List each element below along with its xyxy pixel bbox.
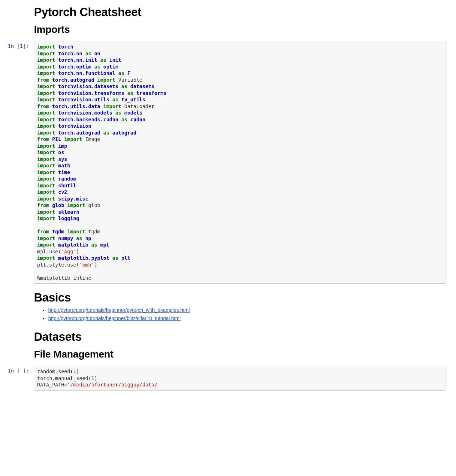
code-token: torchvision.transforms xyxy=(58,90,124,96)
code-input-area[interactable]: random.seed(1) torch.manual_seed(1) DATA… xyxy=(34,366,446,391)
code-token: import xyxy=(64,136,82,142)
code-token xyxy=(55,242,58,248)
code-token: import xyxy=(37,70,55,76)
code-token: matplotlib xyxy=(58,242,88,248)
code-token: import xyxy=(103,103,121,109)
code-token xyxy=(82,236,85,241)
code-token xyxy=(118,117,121,122)
code-token xyxy=(118,255,121,261)
code-token: autograd xyxy=(112,130,136,136)
code-input-area[interactable]: import torch import torch.nn as nn impor… xyxy=(34,41,446,284)
code-token xyxy=(118,83,121,89)
code-token: import xyxy=(37,90,55,96)
code-token: import xyxy=(37,57,55,63)
code-token xyxy=(91,51,94,56)
external-link[interactable]: http://pytorch.org/tutorials/beginner/py… xyxy=(48,307,190,313)
code-token xyxy=(55,64,58,70)
code-token xyxy=(55,209,58,215)
heading-2: Imports xyxy=(34,24,446,35)
text-cell: Pytorch CheatsheetImports xyxy=(4,0,450,39)
code-token: DataLoader xyxy=(121,103,154,109)
heading-1: Pytorch Cheatsheet xyxy=(34,5,446,19)
code-token: cudnn xyxy=(130,117,145,122)
cell-body: DatasetsFile Management xyxy=(34,326,446,362)
code-token: PIL xyxy=(52,136,61,142)
code-token xyxy=(55,123,58,129)
code-token: as xyxy=(91,242,97,248)
code-token: torchvision.utils xyxy=(58,97,109,102)
code-token: import xyxy=(97,77,116,83)
external-link[interactable]: http://pytorch.org/tutorials/beginner/bl… xyxy=(48,315,181,321)
code-token: matplotlib.pyplot xyxy=(58,255,109,261)
code-token: import xyxy=(37,143,55,149)
code-token: torch.nn xyxy=(58,51,82,56)
code-token: torch.autograd xyxy=(58,130,100,136)
code-token: import xyxy=(67,229,85,234)
code-token: import xyxy=(37,51,55,56)
code-token: import xyxy=(37,130,55,136)
code-token: import xyxy=(37,236,55,241)
code-token xyxy=(124,70,127,76)
input-prompt: In [ ]: xyxy=(4,366,30,374)
heading-1: Basics xyxy=(34,291,446,304)
code-token xyxy=(94,77,97,83)
code-editor[interactable]: import torch import torch.nn as nn impor… xyxy=(37,44,443,281)
code-token: glob xyxy=(85,202,100,208)
code-token: imp xyxy=(58,143,67,149)
code-token xyxy=(118,97,121,102)
code-token: plt.style.use( xyxy=(37,262,79,268)
input-prompt xyxy=(4,326,30,329)
code-token xyxy=(112,110,115,116)
code-token xyxy=(55,196,58,202)
code-token: tv_utils xyxy=(121,97,145,102)
code-token: '/media/bfortuner/bigguy/data/' xyxy=(67,382,160,388)
code-token: as xyxy=(76,236,82,241)
code-token: optim xyxy=(103,64,118,70)
input-prompt xyxy=(4,287,30,289)
code-token xyxy=(55,236,58,241)
code-token xyxy=(55,51,58,56)
code-token: datasets xyxy=(130,83,154,89)
code-editor[interactable]: random.seed(1) torch.manual_seed(1) DATA… xyxy=(37,368,443,388)
code-token xyxy=(55,44,58,50)
code-token: transforms xyxy=(136,90,166,96)
code-token: import xyxy=(37,189,55,195)
code-token: numpy xyxy=(58,236,73,241)
cell-body: random.seed(1) torch.manual_seed(1) DATA… xyxy=(34,366,446,391)
code-token: %matplotlib inline xyxy=(37,275,91,281)
list-item: http://pytorch.org/tutorials/beginner/bl… xyxy=(48,315,446,322)
code-token xyxy=(49,136,52,142)
code-token xyxy=(124,90,127,96)
code-token xyxy=(49,202,52,208)
code-token: np xyxy=(85,236,91,241)
heading-1: Datasets xyxy=(34,330,446,344)
code-token xyxy=(109,97,112,102)
code-token: sklearn xyxy=(58,209,79,215)
code-token: from xyxy=(37,136,49,142)
code-token: as xyxy=(112,97,118,102)
code-token: glob xyxy=(52,202,64,208)
code-token: torch.autograd xyxy=(52,77,94,83)
code-token: import xyxy=(37,123,55,129)
code-token: torchvision xyxy=(58,123,91,129)
input-prompt: In [1]: xyxy=(4,41,30,49)
notebook: Pytorch CheatsheetImportsIn [1]:import t… xyxy=(4,0,450,393)
code-token: torch.nn.functional xyxy=(58,70,115,76)
code-token: logging xyxy=(58,216,79,221)
code-token: import xyxy=(37,169,55,175)
code-token: cv2 xyxy=(58,189,67,195)
code-token: as xyxy=(112,255,118,261)
code-token: as xyxy=(103,130,109,136)
code-token: import xyxy=(37,150,55,155)
code-token: math xyxy=(58,163,70,168)
code-token: import xyxy=(67,202,85,208)
code-token: import xyxy=(37,110,55,116)
heading-2: File Management xyxy=(34,349,446,360)
code-token: random xyxy=(58,176,76,182)
code-token xyxy=(55,97,58,102)
code-token xyxy=(55,117,58,122)
code-token: time xyxy=(58,169,70,175)
code-token xyxy=(55,150,58,155)
input-prompt xyxy=(4,2,30,4)
code-token xyxy=(55,143,58,149)
